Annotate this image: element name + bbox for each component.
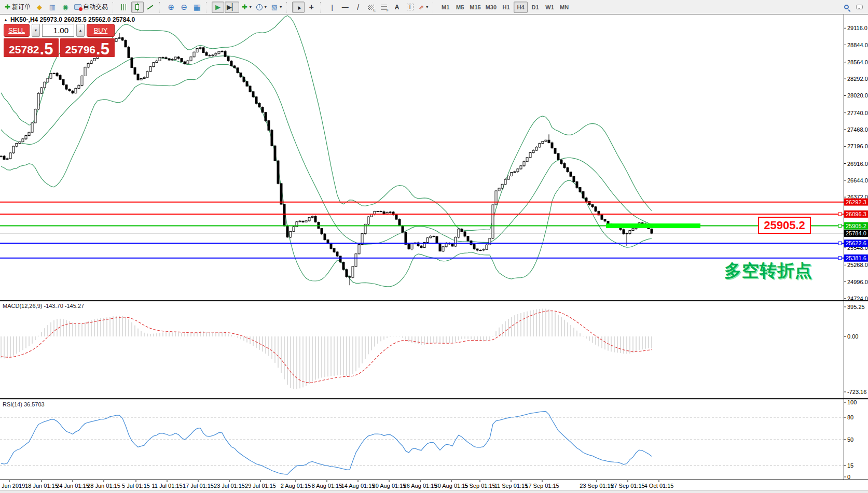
- timeframe-button-d1[interactable]: D1: [528, 2, 542, 13]
- svg-text:27196.0: 27196.0: [847, 143, 868, 149]
- candlestick-chart-icon: [135, 4, 139, 10]
- svg-text:26292.3: 26292.3: [846, 199, 866, 205]
- timeframe-button-h4[interactable]: H4: [514, 2, 528, 13]
- auto-trading-button[interactable]: 自动交易: [72, 2, 110, 13]
- search-icon: [844, 5, 849, 9]
- candlestick-chart-button[interactable]: [131, 2, 144, 13]
- cursor-icon: ▲: [294, 3, 302, 11]
- market-watch-button[interactable]: ◉: [59, 2, 72, 13]
- svg-text:28 Jun 01:15: 28 Jun 01:15: [87, 483, 120, 489]
- buy-button[interactable]: BUY: [87, 24, 115, 37]
- svg-text:29116.0: 29116.0: [847, 25, 867, 31]
- sell-price-panel[interactable]: 25782.5: [4, 38, 59, 57]
- line-handle[interactable]: [838, 213, 842, 216]
- auto-trading-label: 自动交易: [83, 3, 108, 11]
- chinese-annotation[interactable]: 多空转折点: [724, 259, 812, 283]
- symbol-header: ▲ HK50-,H4 25973.0 26025.5 25562.0 25784…: [4, 16, 135, 23]
- svg-text:12 Jun 2019: 12 Jun 2019: [0, 483, 25, 489]
- community-button[interactable]: [853, 2, 865, 13]
- timeframe-button-w1[interactable]: W1: [543, 2, 557, 13]
- fibonacci-icon: [381, 5, 387, 10]
- svg-text:24 Jun 01:15: 24 Jun 01:15: [56, 483, 89, 489]
- terminal-button[interactable]: ▥: [46, 2, 59, 13]
- equidistant-channel-icon: [368, 5, 374, 10]
- rsi-indicator-label: RSI(14) 36.5703: [3, 401, 45, 407]
- timeframe-button-m5[interactable]: M5: [453, 2, 467, 13]
- metaeditor-icon: ◆: [37, 4, 42, 10]
- svg-text:5 Jul 01:15: 5 Jul 01:15: [122, 483, 150, 489]
- svg-text:18 Jun 01:15: 18 Jun 01:15: [25, 483, 58, 489]
- symbol-ohlc-text: HK50-,H4 25973.0 26025.5 25562.0 25784.0: [10, 16, 135, 23]
- caret-down-icon: ▾: [250, 5, 252, 9]
- line-handle[interactable]: [838, 242, 842, 245]
- metaeditor-button[interactable]: ◆: [33, 2, 46, 13]
- fibonacci-button[interactable]: [378, 2, 390, 13]
- volume-input[interactable]: 1.00: [42, 24, 74, 37]
- text-icon: A: [395, 4, 399, 10]
- new-order-button[interactable]: ✚ 新订单: [3, 2, 33, 13]
- bar-chart-button[interactable]: [118, 2, 131, 13]
- price-callout[interactable]: 25905.2: [758, 217, 811, 234]
- equidistant-channel-button[interactable]: [365, 2, 377, 13]
- timeframe-button-m30[interactable]: M30: [484, 2, 499, 13]
- line-handle[interactable]: [838, 257, 842, 260]
- chart-shift-button[interactable]: ▶▏: [225, 2, 239, 13]
- svg-text:26916.0: 26916.0: [847, 161, 868, 167]
- timeframe-button-mn[interactable]: MN: [557, 2, 571, 13]
- tile-windows-button[interactable]: ▦: [191, 2, 203, 13]
- timeframe-button-m15[interactable]: M15: [467, 2, 483, 13]
- collapse-arrow-icon[interactable]: ▲: [4, 18, 8, 22]
- svg-text:27 Sep 01:15: 27 Sep 01:15: [611, 483, 644, 489]
- zoom-in-button[interactable]: ⊕: [165, 2, 177, 13]
- svg-text:24996.0: 24996.0: [847, 279, 868, 285]
- terminal-icon: ▥: [49, 4, 56, 10]
- svg-text:17 Sep 01:15: 17 Sep 01:15: [525, 483, 559, 489]
- svg-text:28292.0: 28292.0: [847, 76, 868, 82]
- line-chart-button[interactable]: [144, 2, 157, 13]
- svg-text:11 Sep 01:15: 11 Sep 01:15: [494, 483, 528, 489]
- toolbar-separator: [159, 2, 162, 12]
- svg-text:4 Oct 01:15: 4 Oct 01:15: [644, 483, 674, 489]
- line-chart-icon: [147, 5, 154, 9]
- auto-scroll-button[interactable]: ▶: [212, 2, 224, 13]
- sell-button[interactable]: SELL: [4, 24, 30, 37]
- macd-indicator-label: MACD(12,26,9) -143.70 -145.27: [3, 303, 84, 309]
- toolbar-separator: [206, 2, 209, 12]
- horizontal-line-button[interactable]: —: [339, 2, 351, 13]
- vertical-line-button[interactable]: |: [326, 2, 338, 13]
- periods-button[interactable]: ▾: [254, 2, 269, 13]
- buy-price-int: 25796: [65, 44, 95, 56]
- trendline-button[interactable]: /: [352, 2, 364, 13]
- text-label-icon: T: [407, 4, 414, 10]
- templates-button[interactable]: ▧ ▾: [269, 2, 284, 13]
- chart-canvas[interactable]: 29116.028844.028564.028292.028020.027740…: [0, 15, 868, 493]
- indicators-button[interactable]: ✚ ▾: [240, 2, 254, 13]
- trendline-icon: /: [357, 4, 359, 11]
- cursor-button[interactable]: ▲: [292, 2, 305, 13]
- svg-text:26 Aug 01:15: 26 Aug 01:15: [404, 483, 437, 489]
- svg-text:23 Sep 01:15: 23 Sep 01:15: [580, 483, 613, 489]
- timeframe-button-h1[interactable]: H1: [499, 2, 513, 13]
- buy-price-panel[interactable]: 25796.5: [60, 38, 115, 57]
- text-button[interactable]: A: [391, 2, 403, 13]
- zoom-out-button[interactable]: ⊖: [178, 2, 190, 13]
- text-label-button[interactable]: T: [404, 2, 416, 13]
- line-handle[interactable]: [838, 224, 842, 228]
- toolbar-separator: [286, 2, 290, 12]
- crosshair-button[interactable]: +: [305, 2, 318, 13]
- search-button[interactable]: [840, 2, 852, 13]
- timeframe-button-m1[interactable]: M1: [438, 2, 452, 13]
- volume-increase-button[interactable]: ▲: [76, 24, 85, 37]
- svg-text:28564.0: 28564.0: [847, 59, 868, 65]
- vertical-line-icon: |: [331, 4, 333, 10]
- volume-decrease-button[interactable]: ▼: [32, 24, 40, 37]
- arrows-button[interactable]: ⇗ ▾: [417, 2, 430, 13]
- svg-text:395.25: 395.25: [847, 304, 865, 310]
- highlight-bar[interactable]: [606, 223, 700, 228]
- caret-down-icon: ▾: [426, 5, 428, 9]
- chart-shift-icon: ▶▏: [227, 4, 237, 10]
- svg-text:23 Jul 01:15: 23 Jul 01:15: [214, 483, 245, 489]
- svg-text:27740.0: 27740.0: [847, 110, 868, 116]
- svg-text:0.00: 0.00: [847, 333, 858, 340]
- svg-text:26644.0: 26644.0: [847, 177, 868, 184]
